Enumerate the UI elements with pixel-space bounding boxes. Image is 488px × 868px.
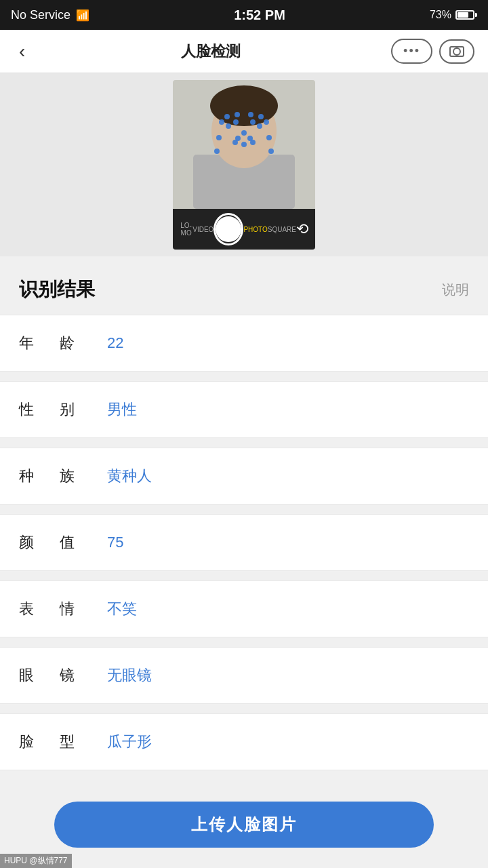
label-expression: 表 情 <box>19 599 107 619</box>
svg-point-8 <box>257 123 262 129</box>
upload-button[interactable]: 上传人脸图片 <box>54 802 434 848</box>
value-faceshape: 瓜子形 <box>107 732 152 752</box>
status-right: 73% <box>430 9 477 21</box>
watermark: HUPU @纵情777 <box>0 854 72 868</box>
battery-percent: 73% <box>430 9 451 21</box>
value-attractiveness: 75 <box>107 534 123 551</box>
result-card-race: 种 族 黄种人 <box>0 448 488 505</box>
svg-point-15 <box>232 140 238 145</box>
result-card-expression: 表 情 不笑 <box>0 580 488 637</box>
svg-point-17 <box>216 135 222 140</box>
value-age: 22 <box>107 334 123 352</box>
label-attractiveness: 颜 值 <box>19 532 107 553</box>
svg-point-20 <box>268 149 274 154</box>
svg-point-7 <box>219 119 224 125</box>
upload-button-container: 上传人脸图片 <box>54 802 434 848</box>
svg-point-16 <box>250 140 256 145</box>
wifi-icon: 📶 <box>76 9 89 22</box>
more-dots-icon: ••• <box>403 44 420 58</box>
svg-point-19 <box>214 149 220 154</box>
camera-controls: LO-MO VIDEO PHOTO SQUARE ⟲ <box>173 209 315 250</box>
label-age: 年 龄 <box>19 333 107 353</box>
page-title: 人脸检测 <box>181 41 241 62</box>
nav-bar: ‹ 人脸检测 ••• <box>0 30 488 73</box>
svg-point-23 <box>248 112 253 117</box>
label-faceshape: 脸 型 <box>19 732 107 752</box>
status-time: 1:52 PM <box>234 7 285 23</box>
status-bar: No Service 📶 1:52 PM 73% <box>0 0 488 30</box>
mode-photo: PHOTO <box>243 226 267 233</box>
section-link[interactable]: 说明 <box>442 281 469 299</box>
svg-point-18 <box>266 135 272 140</box>
watermark-text: HUPU @纵情777 <box>4 856 68 865</box>
shutter-button[interactable] <box>214 213 243 245</box>
section-title: 识别结果 <box>19 277 95 302</box>
svg-point-10 <box>264 119 269 125</box>
result-card-age: 年 龄 22 <box>0 315 488 372</box>
camera-button[interactable] <box>439 39 474 64</box>
battery-icon <box>455 10 477 20</box>
result-card-attractiveness: 颜 值 75 <box>0 514 488 571</box>
svg-point-22 <box>235 112 240 117</box>
result-card-gender: 性 别 男性 <box>0 381 488 438</box>
mode-square: SQUARE <box>268 226 296 233</box>
value-race: 黄种人 <box>107 466 152 486</box>
back-button[interactable]: ‹ <box>14 35 30 68</box>
shutter-inner <box>216 216 241 242</box>
label-gender: 性 别 <box>19 399 107 420</box>
section-header: 识别结果 说明 <box>0 256 488 315</box>
label-race: 种 族 <box>19 466 107 486</box>
svg-point-5 <box>226 123 231 129</box>
photo-container: LO-MO VIDEO PHOTO SQUARE ⟲ <box>173 80 315 250</box>
photo-area: LO-MO VIDEO PHOTO SQUARE ⟲ <box>0 73 488 256</box>
result-card-glasses: 眼 镜 无眼镜 <box>0 647 488 704</box>
svg-point-9 <box>250 119 256 125</box>
mode-lomo: LO-MO <box>180 222 192 237</box>
svg-point-14 <box>241 142 247 147</box>
value-gender: 男性 <box>107 399 137 420</box>
more-button[interactable]: ••• <box>391 39 432 64</box>
value-glasses: 无眼镜 <box>107 665 152 686</box>
label-glasses: 眼 镜 <box>19 665 107 686</box>
camera-icon <box>449 46 464 57</box>
content-area: 识别结果 说明 年 龄 22 性 别 男性 种 族 黄种人 颜 值 75 表 情… <box>0 256 488 840</box>
svg-point-24 <box>258 114 264 119</box>
result-card-faceshape: 脸 型 瓜子形 <box>0 713 488 770</box>
status-left: No Service 📶 <box>11 8 89 22</box>
face-photo <box>173 80 315 209</box>
camera-flip-icon[interactable]: ⟲ <box>296 220 308 238</box>
svg-point-21 <box>224 114 230 119</box>
svg-point-11 <box>241 130 247 136</box>
network-status: No Service <box>11 8 70 22</box>
mode-video: VIDEO <box>192 226 214 233</box>
value-expression: 不笑 <box>107 599 137 619</box>
nav-actions: ••• <box>391 39 474 64</box>
svg-point-6 <box>233 119 239 125</box>
